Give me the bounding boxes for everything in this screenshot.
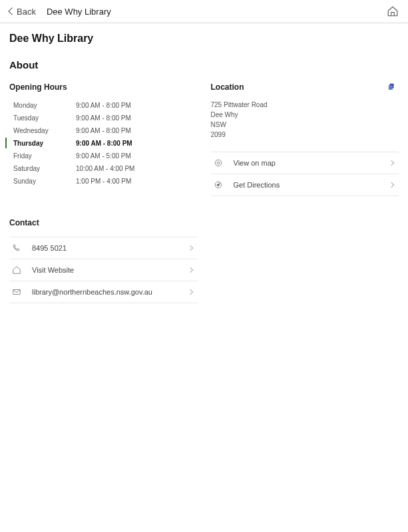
svg-point-3: [215, 160, 221, 166]
day-label: Thursday: [9, 140, 76, 147]
day-time: 9:00 AM - 8:00 PM: [76, 140, 132, 147]
day-label: Tuesday: [9, 114, 76, 122]
day-time: 9:00 AM - 5:00 PM: [76, 152, 131, 160]
hours-row-thursday: Thursday 9:00 AM - 8:00 PM: [5, 138, 198, 148]
address-line2: Dee Why: [211, 110, 399, 120]
page-title: Dee Why Library: [9, 33, 399, 45]
location-block: Location 725 Pittwater Road Dee Why NSW …: [211, 82, 399, 140]
day-time: 10:00 AM - 4:00 PM: [76, 165, 134, 172]
content: Dee Why Library About Opening Hours Mond…: [0, 23, 408, 313]
chevron-right-icon: [187, 267, 192, 273]
address: 725 Pittwater Road Dee Why NSW 2099: [211, 100, 399, 140]
address-line1: 725 Pittwater Road: [211, 100, 399, 110]
contact-phone-row[interactable]: 8495 5021: [9, 237, 198, 259]
website-label: Visit Website: [32, 266, 178, 274]
day-label: Wednesday: [9, 127, 76, 134]
hours-row-friday: Friday 9:00 AM - 5:00 PM: [9, 150, 198, 161]
two-column-layout: Opening Hours Monday 9:00 AM - 8:00 PM T…: [9, 82, 399, 303]
day-label: Sunday: [9, 178, 76, 185]
app-header: Back Dee Why Library: [0, 0, 408, 23]
home-icon[interactable]: [387, 5, 399, 17]
day-time: 9:00 AM - 8:00 PM: [76, 114, 131, 122]
hours-list: Monday 9:00 AM - 8:00 PM Tuesday 9:00 AM…: [9, 100, 198, 186]
email-icon: [12, 287, 21, 297]
copy-icon[interactable]: [387, 82, 396, 92]
directions-icon: [214, 180, 223, 190]
hours-row-saturday: Saturday 10:00 AM - 4:00 PM: [9, 163, 198, 174]
directions-label: Get Directions: [234, 181, 379, 189]
view-map-row[interactable]: View on map: [211, 152, 399, 174]
chevron-left-icon: [8, 7, 15, 15]
contact-section: Contact 8495 5021: [9, 218, 198, 303]
contact-heading: Contact: [9, 218, 198, 227]
hours-row-monday: Monday 9:00 AM - 8:00 PM: [9, 100, 198, 110]
map-pin-icon: [214, 158, 223, 168]
address-line3: NSW: [211, 120, 399, 130]
hours-row-wednesday: Wednesday 9:00 AM - 8:00 PM: [9, 125, 198, 136]
phone-label: 8495 5021: [32, 244, 178, 252]
header-left: Back Dee Why Library: [9, 7, 111, 17]
back-button[interactable]: Back: [9, 7, 36, 17]
svg-rect-0: [13, 290, 21, 295]
globe-icon: [12, 265, 21, 275]
view-map-label: View on map: [234, 159, 379, 167]
svg-rect-2: [389, 85, 393, 90]
hours-row-tuesday: Tuesday 9:00 AM - 8:00 PM: [9, 112, 198, 123]
day-label: Monday: [9, 102, 76, 109]
location-heading: Location: [211, 82, 399, 92]
hours-row-sunday: Sunday 1:00 PM - 4:00 PM: [9, 176, 198, 186]
about-heading: About: [9, 59, 399, 70]
directions-row[interactable]: Get Directions: [211, 174, 399, 196]
phone-icon: [12, 243, 21, 253]
day-time: 9:00 AM - 8:00 PM: [76, 102, 131, 109]
day-time: 1:00 PM - 4:00 PM: [76, 178, 131, 185]
hours-column: Opening Hours Monday 9:00 AM - 8:00 PM T…: [9, 82, 198, 303]
email-label: library@northernbeaches.nsw.gov.au: [32, 288, 178, 296]
day-time: 9:00 AM - 8:00 PM: [76, 127, 131, 134]
back-label: Back: [17, 7, 36, 17]
location-actions: View on map Get Directions: [211, 152, 399, 196]
chevron-right-icon: [389, 182, 394, 188]
header-title: Dee Why Library: [47, 7, 111, 17]
chevron-right-icon: [389, 160, 394, 166]
chevron-right-icon: [187, 289, 192, 295]
contact-email-row[interactable]: library@northernbeaches.nsw.gov.au: [9, 281, 198, 303]
location-column: Location 725 Pittwater Road Dee Why NSW …: [211, 82, 399, 303]
day-label: Friday: [9, 152, 76, 160]
contact-list: 8495 5021 Visit Website: [9, 237, 198, 303]
contact-website-row[interactable]: Visit Website: [9, 259, 198, 281]
chevron-right-icon: [187, 245, 192, 251]
address-line4: 2099: [211, 130, 399, 140]
svg-point-4: [217, 162, 220, 164]
day-label: Saturday: [9, 165, 76, 172]
hours-heading: Opening Hours: [9, 82, 198, 92]
